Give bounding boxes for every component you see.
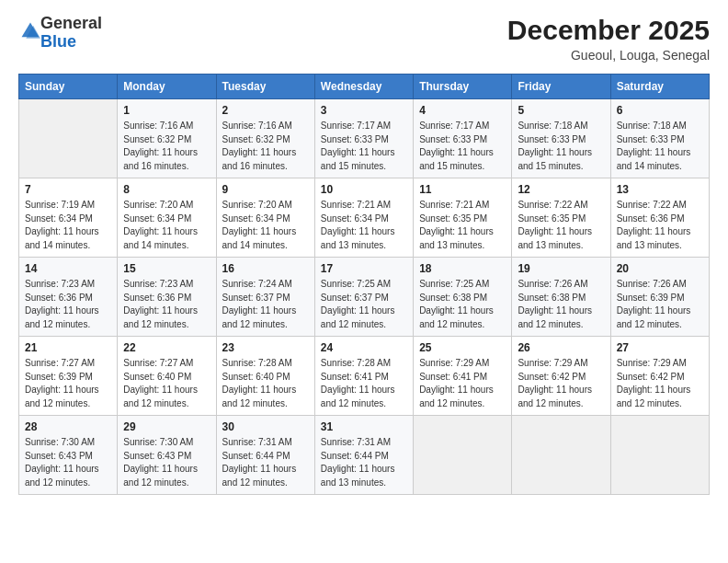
calendar-cell: 1Sunrise: 7:16 AM Sunset: 6:32 PM Daylig… [118,99,216,178]
header-day: Friday [512,75,610,99]
day-info: Sunrise: 7:20 AM Sunset: 6:34 PM Dayligh… [123,199,210,252]
calendar-cell: 30Sunrise: 7:31 AM Sunset: 6:44 PM Dayli… [216,416,314,495]
calendar-title: December 2025 [507,15,710,46]
calendar-cell: 2Sunrise: 7:16 AM Sunset: 6:32 PM Daylig… [216,99,314,178]
day-number: 23 [222,341,309,354]
calendar-cell: 26Sunrise: 7:29 AM Sunset: 6:42 PM Dayli… [512,337,610,416]
day-info: Sunrise: 7:24 AM Sunset: 6:37 PM Dayligh… [222,278,309,331]
calendar-cell: 21Sunrise: 7:27 AM Sunset: 6:39 PM Dayli… [19,337,118,416]
day-number: 21 [25,341,111,354]
logo-general: General [40,14,102,32]
day-info: Sunrise: 7:25 AM Sunset: 6:37 PM Dayligh… [321,278,407,331]
day-number: 17 [321,262,407,275]
day-number: 22 [123,341,210,354]
day-number: 20 [617,262,703,275]
day-number: 1 [123,104,210,117]
header-row: SundayMondayTuesdayWednesdayThursdayFrid… [19,75,710,99]
day-info: Sunrise: 7:27 AM Sunset: 6:40 PM Dayligh… [123,357,210,410]
day-info: Sunrise: 7:21 AM Sunset: 6:35 PM Dayligh… [419,199,506,252]
day-info: Sunrise: 7:21 AM Sunset: 6:34 PM Dayligh… [321,199,407,252]
day-info: Sunrise: 7:31 AM Sunset: 6:44 PM Dayligh… [222,436,309,489]
calendar-subtitle: Gueoul, Louga, Senegal [507,48,710,63]
calendar-cell: 20Sunrise: 7:26 AM Sunset: 6:39 PM Dayli… [610,258,709,337]
calendar-cell: 8Sunrise: 7:20 AM Sunset: 6:34 PM Daylig… [118,178,216,258]
day-info: Sunrise: 7:28 AM Sunset: 6:41 PM Dayligh… [321,357,407,410]
day-info: Sunrise: 7:23 AM Sunset: 6:36 PM Dayligh… [25,278,111,331]
title-block: December 2025 Gueoul, Louga, Senegal [507,15,710,63]
day-info: Sunrise: 7:17 AM Sunset: 6:33 PM Dayligh… [419,120,506,173]
calendar-cell: 17Sunrise: 7:25 AM Sunset: 6:37 PM Dayli… [314,258,413,337]
day-number: 13 [617,183,703,196]
calendar-cell: 9Sunrise: 7:20 AM Sunset: 6:34 PM Daylig… [216,178,314,258]
day-number: 19 [518,262,604,275]
calendar-cell [610,416,709,495]
header: General Blue December 2025 Gueoul, Louga… [18,15,710,63]
day-number: 29 [123,420,210,433]
calendar-week-row: 1Sunrise: 7:16 AM Sunset: 6:32 PM Daylig… [19,99,710,178]
calendar-cell: 18Sunrise: 7:25 AM Sunset: 6:38 PM Dayli… [414,258,512,337]
day-number: 15 [123,262,210,275]
logo-icon [20,21,40,41]
header-day: Saturday [610,75,709,99]
logo-text: General Blue [40,15,102,52]
day-number: 5 [518,104,604,117]
day-info: Sunrise: 7:19 AM Sunset: 6:34 PM Dayligh… [25,199,111,252]
calendar-table: SundayMondayTuesdayWednesdayThursdayFrid… [18,74,710,495]
header-day: Tuesday [216,75,314,99]
calendar-week-row: 28Sunrise: 7:30 AM Sunset: 6:43 PM Dayli… [19,416,710,495]
day-info: Sunrise: 7:17 AM Sunset: 6:33 PM Dayligh… [321,120,407,173]
day-info: Sunrise: 7:22 AM Sunset: 6:35 PM Dayligh… [518,199,604,252]
calendar-cell: 7Sunrise: 7:19 AM Sunset: 6:34 PM Daylig… [19,178,118,258]
calendar-cell: 5Sunrise: 7:18 AM Sunset: 6:33 PM Daylig… [512,99,610,178]
calendar-cell: 6Sunrise: 7:18 AM Sunset: 6:33 PM Daylig… [610,99,709,178]
day-number: 30 [222,420,309,433]
day-info: Sunrise: 7:28 AM Sunset: 6:40 PM Dayligh… [222,357,309,410]
day-info: Sunrise: 7:20 AM Sunset: 6:34 PM Dayligh… [222,199,309,252]
logo-blue: Blue [40,32,76,51]
page: General Blue December 2025 Gueoul, Louga… [0,0,728,563]
day-number: 25 [419,341,506,354]
calendar-cell: 15Sunrise: 7:23 AM Sunset: 6:36 PM Dayli… [118,258,216,337]
calendar-cell: 24Sunrise: 7:28 AM Sunset: 6:41 PM Dayli… [314,337,413,416]
day-number: 7 [25,183,111,196]
day-number: 18 [419,262,506,275]
calendar-cell: 4Sunrise: 7:17 AM Sunset: 6:33 PM Daylig… [414,99,512,178]
logo: General Blue [18,15,102,52]
day-number: 26 [518,341,604,354]
calendar-week-row: 21Sunrise: 7:27 AM Sunset: 6:39 PM Dayli… [19,337,710,416]
calendar-cell: 11Sunrise: 7:21 AM Sunset: 6:35 PM Dayli… [414,178,512,258]
calendar-cell: 16Sunrise: 7:24 AM Sunset: 6:37 PM Dayli… [216,258,314,337]
calendar-cell [414,416,512,495]
calendar-cell: 25Sunrise: 7:29 AM Sunset: 6:41 PM Dayli… [414,337,512,416]
calendar-cell: 28Sunrise: 7:30 AM Sunset: 6:43 PM Dayli… [19,416,118,495]
day-number: 2 [222,104,309,117]
day-number: 4 [419,104,506,117]
day-info: Sunrise: 7:16 AM Sunset: 6:32 PM Dayligh… [123,120,210,173]
day-number: 10 [321,183,407,196]
day-number: 3 [321,104,407,117]
day-number: 12 [518,183,604,196]
calendar-cell: 3Sunrise: 7:17 AM Sunset: 6:33 PM Daylig… [314,99,413,178]
calendar-cell: 13Sunrise: 7:22 AM Sunset: 6:36 PM Dayli… [610,178,709,258]
calendar-cell: 27Sunrise: 7:29 AM Sunset: 6:42 PM Dayli… [610,337,709,416]
day-number: 6 [617,104,703,117]
calendar-week-row: 7Sunrise: 7:19 AM Sunset: 6:34 PM Daylig… [19,178,710,258]
day-info: Sunrise: 7:26 AM Sunset: 6:38 PM Dayligh… [518,278,604,331]
day-number: 8 [123,183,210,196]
calendar-cell: 10Sunrise: 7:21 AM Sunset: 6:34 PM Dayli… [314,178,413,258]
calendar-cell: 31Sunrise: 7:31 AM Sunset: 6:44 PM Dayli… [314,416,413,495]
day-info: Sunrise: 7:30 AM Sunset: 6:43 PM Dayligh… [123,436,210,489]
day-number: 9 [222,183,309,196]
calendar-cell: 19Sunrise: 7:26 AM Sunset: 6:38 PM Dayli… [512,258,610,337]
day-info: Sunrise: 7:22 AM Sunset: 6:36 PM Dayligh… [617,199,703,252]
header-day: Sunday [19,75,118,99]
day-info: Sunrise: 7:26 AM Sunset: 6:39 PM Dayligh… [617,278,703,331]
day-info: Sunrise: 7:31 AM Sunset: 6:44 PM Dayligh… [321,436,407,489]
day-info: Sunrise: 7:16 AM Sunset: 6:32 PM Dayligh… [222,120,309,173]
header-day: Monday [118,75,216,99]
day-number: 11 [419,183,506,196]
day-info: Sunrise: 7:29 AM Sunset: 6:41 PM Dayligh… [419,357,506,410]
calendar-cell: 12Sunrise: 7:22 AM Sunset: 6:35 PM Dayli… [512,178,610,258]
day-info: Sunrise: 7:18 AM Sunset: 6:33 PM Dayligh… [518,120,604,173]
day-number: 27 [617,341,703,354]
